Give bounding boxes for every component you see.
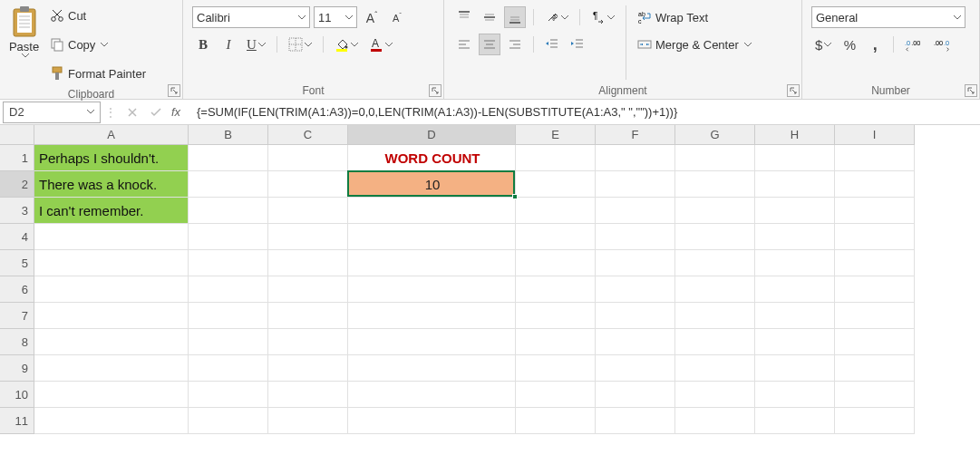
- cell-H7[interactable]: [755, 303, 835, 329]
- cell-B11[interactable]: [189, 408, 268, 434]
- cell-B10[interactable]: [189, 382, 268, 408]
- col-header-E[interactable]: E: [516, 125, 596, 145]
- col-header-F[interactable]: F: [596, 125, 675, 145]
- align-top-button[interactable]: [453, 6, 475, 28]
- align-bottom-button[interactable]: [504, 6, 526, 28]
- row-header-6[interactable]: 6: [0, 276, 34, 303]
- cell-D2[interactable]: 10: [348, 171, 516, 198]
- cell-A11[interactable]: [34, 408, 189, 434]
- col-header-I[interactable]: I: [835, 125, 915, 145]
- cell-F11[interactable]: [596, 408, 675, 434]
- cell-G5[interactable]: [675, 250, 755, 276]
- cell-F7[interactable]: [596, 303, 675, 329]
- cell-E9[interactable]: [516, 355, 596, 382]
- cell-F8[interactable]: [596, 329, 675, 355]
- row-header-1[interactable]: 1: [0, 145, 34, 171]
- cell-D4[interactable]: [348, 224, 516, 250]
- cell-B8[interactable]: [189, 329, 268, 355]
- cell-I7[interactable]: [835, 303, 915, 329]
- cell-D6[interactable]: [348, 276, 516, 303]
- cell-G2[interactable]: [675, 171, 755, 198]
- cell-D1[interactable]: WORD COUNT: [348, 145, 516, 171]
- cell-I6[interactable]: [835, 276, 915, 303]
- col-header-H[interactable]: H: [755, 125, 835, 145]
- cell-G1[interactable]: [675, 145, 755, 171]
- cell-A1[interactable]: Perhaps I shouldn't.: [34, 145, 189, 171]
- wrap-text-button[interactable]: abc Wrap Text: [634, 6, 779, 28]
- cell-B6[interactable]: [189, 276, 268, 303]
- underline-button[interactable]: U: [243, 34, 269, 55]
- cell-E2[interactable]: [516, 171, 596, 198]
- chevron-down-icon[interactable]: [954, 15, 961, 20]
- cell-C8[interactable]: [268, 329, 348, 355]
- cell-D9[interactable]: [348, 355, 516, 382]
- cell-E1[interactable]: [516, 145, 596, 171]
- cell-F5[interactable]: [596, 250, 675, 276]
- cell-A4[interactable]: [34, 224, 189, 250]
- cell-C4[interactable]: [268, 224, 348, 250]
- col-header-D[interactable]: D: [348, 125, 516, 145]
- cell-C1[interactable]: [268, 145, 348, 171]
- number-dialog-launcher[interactable]: [965, 84, 977, 97]
- row-header-11[interactable]: 11: [0, 408, 34, 434]
- cell-A6[interactable]: [34, 276, 189, 303]
- cell-C9[interactable]: [268, 355, 348, 382]
- cell-D7[interactable]: [348, 303, 516, 329]
- cell-G4[interactable]: [675, 224, 755, 250]
- increase-indent-button[interactable]: [567, 34, 588, 55]
- cell-G7[interactable]: [675, 303, 755, 329]
- cell-B4[interactable]: [189, 224, 268, 250]
- align-right-button[interactable]: [504, 34, 526, 55]
- cell-I1[interactable]: [835, 145, 915, 171]
- italic-button[interactable]: I: [218, 34, 239, 55]
- cell-I5[interactable]: [835, 250, 915, 276]
- align-middle-button[interactable]: [479, 6, 500, 28]
- cell-E6[interactable]: [516, 276, 596, 303]
- formula-input[interactable]: {=SUM(IF(LEN(TRIM(A1:A3))=0,0,LEN(TRIM(A…: [191, 105, 980, 119]
- ltr-button[interactable]: ¶: [587, 6, 618, 28]
- alignment-dialog-launcher[interactable]: [787, 84, 800, 97]
- cell-F2[interactable]: [596, 171, 675, 198]
- cell-G6[interactable]: [675, 276, 755, 303]
- accounting-button[interactable]: $: [811, 34, 835, 55]
- bold-button[interactable]: B: [192, 34, 214, 55]
- cell-A5[interactable]: [34, 250, 189, 276]
- cell-G9[interactable]: [675, 355, 755, 382]
- chevron-down-icon[interactable]: [298, 15, 306, 20]
- row-header-3[interactable]: 3: [0, 198, 34, 224]
- cell-H6[interactable]: [755, 276, 835, 303]
- cell-A7[interactable]: [34, 303, 189, 329]
- cell-E4[interactable]: [516, 224, 596, 250]
- cell-E11[interactable]: [516, 408, 596, 434]
- cell-F4[interactable]: [596, 224, 675, 250]
- cell-E10[interactable]: [516, 382, 596, 408]
- cell-D8[interactable]: [348, 329, 516, 355]
- decrease-indent-button[interactable]: [541, 34, 563, 55]
- cell-I9[interactable]: [835, 355, 915, 382]
- cell-G11[interactable]: [675, 408, 755, 434]
- cell-H9[interactable]: [755, 355, 835, 382]
- cell-F1[interactable]: [596, 145, 675, 171]
- cell-B7[interactable]: [189, 303, 268, 329]
- cell-C10[interactable]: [268, 382, 348, 408]
- col-header-A[interactable]: A: [34, 125, 189, 145]
- cell-I4[interactable]: [835, 224, 915, 250]
- cell-H10[interactable]: [755, 382, 835, 408]
- cut-button[interactable]: Cut: [46, 5, 173, 26]
- cell-G3[interactable]: [675, 198, 755, 224]
- fill-handle[interactable]: [512, 194, 518, 199]
- cell-C7[interactable]: [268, 303, 348, 329]
- cell-F9[interactable]: [596, 355, 675, 382]
- cell-B9[interactable]: [189, 355, 268, 382]
- cell-F6[interactable]: [596, 276, 675, 303]
- cell-I3[interactable]: [835, 198, 915, 224]
- select-all-corner[interactable]: [0, 125, 34, 145]
- cell-H5[interactable]: [755, 250, 835, 276]
- cell-I10[interactable]: [835, 382, 915, 408]
- font-name-combo[interactable]: Calibri: [192, 6, 310, 28]
- cell-D3[interactable]: [348, 198, 516, 224]
- cell-D5[interactable]: [348, 250, 516, 276]
- comma-button[interactable]: ,: [864, 34, 886, 55]
- row-header-4[interactable]: 4: [0, 224, 34, 250]
- row-header-10[interactable]: 10: [0, 382, 34, 408]
